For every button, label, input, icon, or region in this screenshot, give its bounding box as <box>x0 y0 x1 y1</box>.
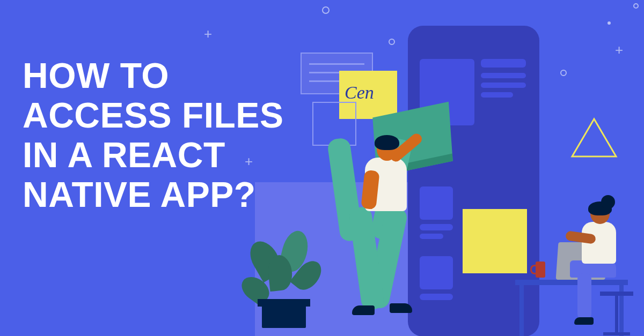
triangle-deco-icon <box>570 117 609 150</box>
svg-marker-0 <box>572 119 616 156</box>
circle-deco-icon <box>560 70 567 76</box>
circle-deco-icon <box>633 3 639 9</box>
circle-deco-icon <box>389 39 395 45</box>
person-placing-card <box>333 138 429 320</box>
coffee-cup <box>536 262 545 278</box>
circle-deco-icon <box>322 6 330 14</box>
page-title: HOW TO ACCESS FILES IN A REACT NATIVE AP… <box>23 56 323 215</box>
plus-deco-icon: + <box>204 26 212 42</box>
sticky-note-yellow <box>463 209 527 273</box>
plus-deco-icon: + <box>615 42 623 58</box>
dot-deco-icon <box>608 21 611 25</box>
person-at-laptop <box>579 203 643 336</box>
